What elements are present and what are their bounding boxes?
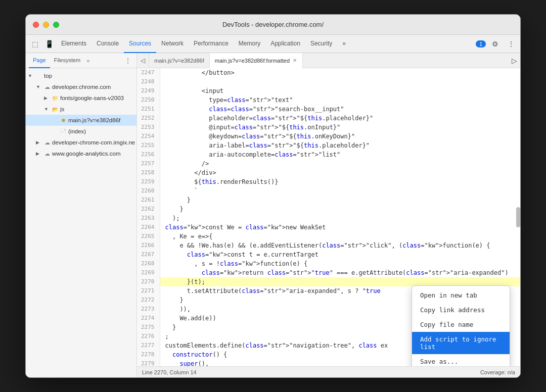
tree-item-fonts[interactable]: ▶ 📁 fonts/google-sans-v2003 (26, 92, 136, 104)
line-number: 2253 (137, 123, 160, 132)
line-code: class="kw">const We = class="kw">new Wea… (160, 223, 520, 232)
tree-item-developer-chrome[interactable]: ▼ ☁ developer.chrome.com (26, 81, 136, 92)
line-code: class=class="str">"search-box__input" (160, 105, 520, 114)
line-number: 2247 (137, 68, 160, 77)
line-number: 2277 (137, 341, 160, 350)
folder-open-icon: 📂 (52, 106, 59, 113)
source-tabs-bar: ◁ main.js?v=e382d86f main.js?v=e382d86f:… (137, 53, 520, 68)
cloud-icon: ☁ (43, 150, 51, 157)
tab-filesystem[interactable]: Filesystem (50, 53, 85, 68)
settings-icon[interactable]: ⚙ (488, 37, 502, 51)
tree-arrow: ▼ (28, 73, 34, 78)
maximize-button[interactable] (53, 22, 59, 28)
tree-arrow: ▼ (44, 107, 50, 112)
line-code: </div> (160, 168, 520, 177)
code-line: 2254 @keydown=class="str">"${this.onKeyD… (137, 132, 520, 141)
tab-network[interactable]: Network (156, 35, 189, 53)
tree-item-main-js[interactable]: ■ main.js?v=e382d86f (26, 115, 136, 126)
device-icon[interactable]: 📱 (42, 37, 56, 51)
line-number: 2252 (137, 114, 160, 123)
close-button[interactable] (33, 22, 39, 28)
source-tab-main-js[interactable]: main.js?v=e382d86f (149, 53, 210, 68)
tab-memory[interactable]: Memory (234, 35, 265, 53)
ctx-copy-link[interactable]: Copy link address (412, 303, 510, 317)
line-code: ); (160, 214, 520, 223)
tab-security[interactable]: Security (305, 35, 337, 53)
line-number: 2259 (137, 177, 160, 186)
line-number: 2262 (137, 205, 160, 214)
code-line: 2248 (137, 77, 520, 86)
folder-icon: 📁 (52, 94, 59, 102)
tree-item-js[interactable]: ▼ 📂 js (26, 104, 136, 115)
line-number: 2278 (137, 350, 160, 359)
close-tab-icon[interactable]: ✕ (292, 58, 297, 63)
code-line: 2268 , s = !class="kw">function(e) { (137, 259, 520, 268)
line-code: aria-label=class="str">"${this.placehold… (160, 141, 520, 150)
code-line: 2249 <input (137, 86, 520, 95)
tree-arrow: ▼ (36, 84, 42, 89)
devtools-tab-bar: ⬚ 📱 Elements Console Sources Network Per… (26, 35, 520, 53)
ctx-open-new-tab[interactable]: Open in new tab (412, 288, 510, 303)
tree-item-imgix[interactable]: ▶ ☁ developer-chrome-com.imgix.ne (26, 137, 136, 148)
line-number: 2274 (137, 314, 160, 323)
code-line: 2252 placeholder=class="str">"${this.pla… (137, 114, 520, 123)
code-line: 2259 ${this.renderResults()} (137, 177, 520, 186)
tree-item-index[interactable]: 📄 (index) (26, 126, 136, 137)
tab-page[interactable]: Page (29, 53, 50, 68)
more-options-icon[interactable]: ⋮ (504, 37, 518, 51)
inspect-icon[interactable]: ⬚ (28, 37, 42, 51)
collapse-panel-icon[interactable]: ▷ (508, 53, 520, 68)
line-number: 2268 (137, 259, 160, 268)
messages-badge[interactable]: 1 (476, 40, 486, 47)
tab-application[interactable]: Application (265, 35, 305, 53)
source-tab-main-js-formatted[interactable]: main.js?v=e382d86f:formatted ✕ (210, 53, 303, 68)
code-line: 2255 aria-label=class="str">"${this.plac… (137, 141, 520, 150)
line-code: class="kw">const t = e.currentTarget (160, 250, 520, 259)
line-number: 2264 (137, 223, 160, 232)
ctx-copy-filename[interactable]: Copy file name (412, 317, 510, 332)
tab-elements[interactable]: Elements (56, 35, 92, 53)
line-code: /> (160, 159, 520, 168)
line-code (160, 77, 520, 86)
ctx-add-ignore[interactable]: Add script to ignore list (412, 332, 510, 354)
tab-more[interactable]: » (337, 35, 351, 53)
tab-console[interactable]: Console (92, 35, 124, 53)
panel-options[interactable]: ⋮ (122, 57, 133, 65)
traffic-lights (33, 22, 59, 28)
line-code: e && !We.has(e) && (e.addEventListener(c… (160, 241, 520, 250)
code-line: 2256 aria-autocomplete=class="str">"list… (137, 150, 520, 159)
tree-item-top[interactable]: ▼ top (26, 70, 136, 81)
line-number: 2267 (137, 250, 160, 259)
code-area[interactable]: 2247 </button>22482249 <input2250 type=c… (137, 68, 520, 366)
tree-arrow: ▶ (44, 95, 50, 101)
tab-sources[interactable]: Sources (124, 35, 156, 53)
tree-item-analytics[interactable]: ▶ ☁ www.google-analytics.com (26, 148, 136, 159)
tree-arrow: ▶ (36, 151, 42, 156)
context-menu: Open in new tab Copy link address Copy f… (412, 285, 510, 366)
code-line: 2260 ` (137, 186, 520, 195)
line-number: 2258 (137, 168, 160, 177)
right-panel: ◁ main.js?v=e382d86f main.js?v=e382d86f:… (137, 53, 520, 377)
source-toggle-icon[interactable]: ◁ (137, 53, 149, 68)
line-number: 2266 (137, 241, 160, 250)
scroll-indicator[interactable] (516, 207, 520, 227)
line-number: 2260 (137, 186, 160, 195)
cursor-position: Line 2270, Column 14 (142, 369, 197, 375)
tab-performance[interactable]: Performance (189, 35, 234, 53)
minimize-button[interactable] (43, 22, 49, 28)
folder-icon (35, 72, 42, 79)
file-icon: 📄 (60, 128, 67, 135)
ctx-save-as[interactable]: Save as... (412, 354, 510, 366)
line-code: placeholder=class="str">"${this.placehol… (160, 114, 520, 123)
status-bar: Line 2270, Column 14 Coverage: n/a (137, 366, 520, 377)
line-code: aria-autocomplete=class="str">"list" (160, 150, 520, 159)
line-code: class="kw">return class="str">"true" ===… (160, 268, 520, 277)
code-line: 2264class="kw">const We = class="kw">new… (137, 223, 520, 232)
line-number: 2254 (137, 132, 160, 141)
code-line: 2262 } (137, 205, 520, 214)
cloud-icon: ☁ (43, 139, 51, 146)
tab-more-panel[interactable]: » (84, 58, 92, 64)
tree-arrow: ▶ (36, 140, 42, 145)
code-line: 2247 </button> (137, 68, 520, 77)
line-code: ${this.renderResults()} (160, 177, 520, 186)
